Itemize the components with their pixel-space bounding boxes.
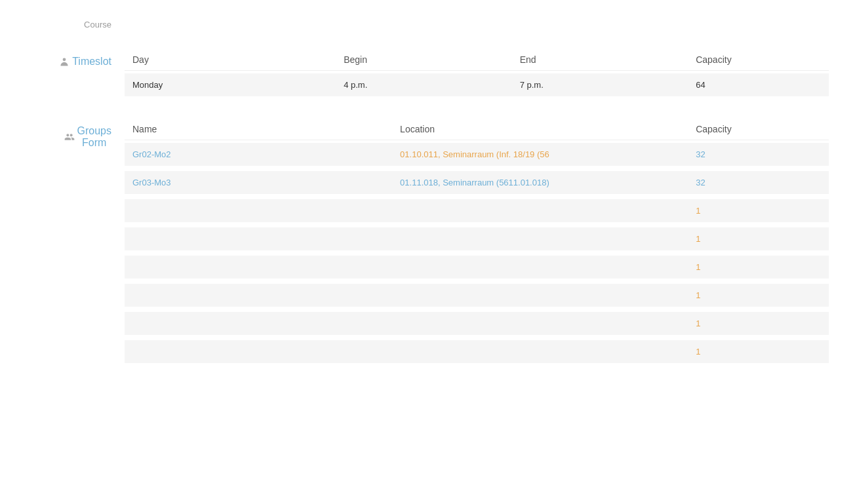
timeslot-label-text: Timeslot — [72, 56, 111, 68]
groups-cell-capacity[interactable] — [688, 338, 829, 366]
groups-label1-text: Groups — [77, 125, 111, 137]
timeslot-icon: Timeslot — [59, 56, 111, 68]
groups-cell-location[interactable] — [392, 309, 688, 338]
groups-cell-capacity[interactable] — [688, 197, 829, 225]
groups-cell-name[interactable] — [125, 197, 392, 225]
groups-row — [125, 225, 829, 253]
timeslot-section: Timeslot Day Begin End Capacity — [0, 49, 855, 99]
groups-cell-capacity[interactable] — [688, 309, 829, 338]
groups-cell-location[interactable] — [392, 140, 688, 169]
course-label-text: Course — [84, 20, 111, 29]
groups-col-location: Location — [392, 119, 688, 140]
groups-cell-name[interactable] — [125, 168, 392, 197]
groups-form-label: Groups Form — [0, 119, 125, 366]
groups-col-capacity: Capacity — [688, 119, 829, 140]
timeslot-row — [125, 71, 829, 100]
timeslot-cell-day[interactable] — [125, 71, 336, 100]
course-section: Course — [0, 13, 855, 29]
groups-col-name: Name — [125, 119, 392, 140]
groups-cell-name[interactable] — [125, 338, 392, 366]
groups-label2-text: Form — [82, 137, 106, 149]
timeslot-cell-capacity[interactable] — [688, 71, 829, 100]
groups-row — [125, 140, 829, 169]
groups-cell-location[interactable] — [392, 253, 688, 281]
groups-cell-name[interactable] — [125, 140, 392, 169]
groups-cell-location[interactable] — [392, 338, 688, 366]
groups-row — [125, 281, 829, 309]
groups-cell-location[interactable] — [392, 168, 688, 197]
groups-table: Name Location Capacity — [125, 119, 829, 366]
groups-row — [125, 197, 829, 225]
timeslot-col-end: End — [512, 49, 688, 71]
groups-cell-location[interactable] — [392, 225, 688, 253]
course-content — [125, 13, 855, 29]
groups-cell-name[interactable] — [125, 253, 392, 281]
timeslot-label: Timeslot — [0, 49, 125, 99]
groups-cell-capacity[interactable] — [688, 225, 829, 253]
groups-cell-location[interactable] — [392, 281, 688, 309]
groups-cell-capacity[interactable] — [688, 168, 829, 197]
timeslot-cell-end[interactable] — [512, 71, 688, 100]
groups-icon: Groups Form — [64, 125, 111, 149]
groups-row — [125, 338, 829, 366]
timeslot-cell-begin[interactable] — [336, 71, 512, 100]
groups-cell-capacity[interactable] — [688, 253, 829, 281]
groups-row — [125, 168, 829, 197]
groups-cell-location[interactable] — [392, 197, 688, 225]
groups-cell-name[interactable] — [125, 281, 392, 309]
timeslot-col-capacity: Capacity — [688, 49, 829, 71]
groups-form-section: Groups Form Name Location Capacity — [0, 119, 855, 366]
timeslot-col-begin: Begin — [336, 49, 512, 71]
groups-cell-name[interactable] — [125, 309, 392, 338]
groups-cell-name[interactable] — [125, 225, 392, 253]
groups-row — [125, 253, 829, 281]
timeslot-content: Day Begin End Capacity — [125, 49, 855, 99]
groups-row — [125, 309, 829, 338]
groups-cell-capacity[interactable] — [688, 281, 829, 309]
timeslot-col-day: Day — [125, 49, 336, 71]
groups-cell-capacity[interactable] — [688, 140, 829, 169]
groups-form-content: Name Location Capacity — [125, 119, 855, 366]
timeslot-table: Day Begin End Capacity — [125, 49, 829, 99]
course-label: Course — [0, 13, 125, 29]
